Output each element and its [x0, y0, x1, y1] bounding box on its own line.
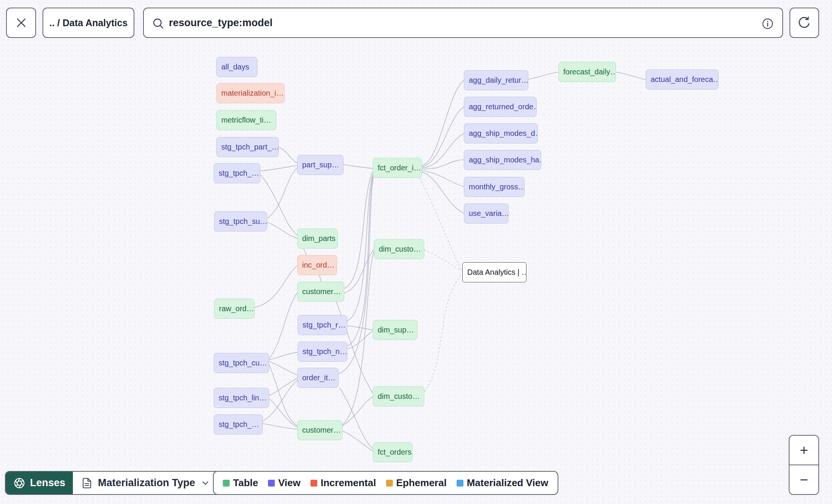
lineage-edge [424, 274, 462, 392]
graph-node-incremental[interactable]: materialization_i… [216, 83, 285, 103]
graph-node-view[interactable]: agg_ship_modes_ha… [464, 150, 541, 170]
lineage-edge [263, 424, 297, 429]
graph-node-view[interactable]: stg_tpch_cu… [214, 353, 269, 373]
graph-node-table[interactable]: metricflow_ti… [216, 110, 276, 130]
lineage-edge [342, 431, 373, 451]
graph-node-view[interactable]: stg_tpch_… [214, 163, 260, 183]
search-bar [143, 8, 783, 38]
graph-node-view[interactable]: use_varia… [464, 203, 509, 224]
graph-node-table[interactable]: fct_orders [373, 442, 413, 462]
legend-swatch-view [268, 480, 275, 487]
refresh-button[interactable] [789, 8, 819, 38]
graph-node-exposure[interactable]: Data Analytics | … [462, 262, 526, 282]
lineage-edge [269, 352, 298, 360]
close-button[interactable] [6, 8, 36, 38]
lineage-edge [422, 134, 464, 168]
selected-lens-label: Materialization Type [98, 477, 195, 489]
lineage-edge [269, 378, 297, 395]
graph-node-view[interactable]: stg_tpch_lin… [214, 388, 269, 408]
graph-node-table[interactable]: forecast_daily… [558, 62, 616, 82]
lens-selector[interactable]: Materialization Type [73, 472, 219, 494]
materialization-legend: Table View Incremental Ephemeral Materia… [213, 471, 558, 495]
legend-swatch-materialized-view [457, 480, 463, 487]
graph-node-view[interactable]: stg_tpch_r… [298, 315, 347, 335]
graph-node-table[interactable]: dim_custo… [374, 239, 424, 259]
graph-node-view[interactable]: agg_returned_orde… [464, 97, 537, 117]
lineage-edge [269, 361, 297, 375]
lineage-edge [419, 178, 462, 269]
lineage-edge [347, 326, 373, 330]
graph-node-view[interactable]: actual_and_foreca… [646, 69, 719, 90]
graph-node-view[interactable]: stg_tpch_n… [298, 342, 347, 362]
legend-item-ephemeral: Ephemeral [386, 477, 447, 489]
legend-item-materialized-view: Materialized View [457, 477, 548, 489]
graph-node-view[interactable]: stg_tpch_part_… [216, 137, 279, 157]
refresh-icon [797, 16, 812, 30]
search-icon [151, 17, 165, 30]
graph-node-view[interactable]: all_days [216, 57, 257, 77]
lineage-edge [269, 398, 297, 427]
zoom-controls: + − [789, 435, 819, 495]
lenses-label: Lenses [30, 477, 65, 489]
graph-node-table[interactable]: dim_parts [297, 228, 338, 249]
lineage-edge [304, 249, 306, 255]
lineage-edge [422, 107, 464, 167]
graph-node-table[interactable]: customer… [297, 420, 342, 440]
graph-node-view[interactable]: monthly_gross… [464, 177, 525, 197]
lineage-edge [422, 170, 464, 187]
graph-node-view[interactable]: agg_daily_retur… [464, 70, 528, 90]
lineage-edge [319, 275, 321, 282]
lineage-edge [344, 249, 374, 293]
legend-item-incremental: Incremental [310, 477, 376, 489]
lineage-edge [340, 388, 373, 449]
graph-node-view[interactable]: part_sup… [297, 155, 344, 175]
legend-swatch-table [223, 480, 230, 487]
lineage-edge [528, 72, 558, 79]
lineage-app: all_daysmaterialization_i…metricflow_ti…… [0, 0, 832, 504]
lenses-bar: Lenses Materialization Type [5, 471, 220, 495]
graph-node-view[interactable]: order_it… [297, 368, 339, 388]
close-icon [15, 16, 28, 29]
lineage-edge [616, 72, 646, 80]
lenses-button[interactable]: Lenses [6, 472, 73, 494]
legend-item-table: Table [223, 477, 258, 489]
zoom-out-button[interactable]: − [789, 465, 818, 494]
lineage-edge [255, 266, 297, 307]
lineage-edge [260, 165, 297, 171]
legend-item-view: View [268, 477, 301, 489]
lineage-edge [347, 175, 373, 346]
graph-node-table[interactable]: dim_custo… [373, 386, 424, 406]
search-input[interactable] [168, 17, 756, 29]
lineage-edge [422, 80, 464, 165]
breadcrumb[interactable]: .. / Data Analytics [43, 8, 134, 38]
graph-node-table[interactable]: customer… [297, 282, 344, 302]
lineage-edge [269, 364, 297, 426]
lineage-edge [344, 165, 373, 169]
legend-swatch-incremental [310, 480, 317, 487]
graph-node-table[interactable]: dim_sup… [373, 320, 418, 340]
graph-node-table[interactable]: fct_order_i… [373, 158, 422, 178]
aperture-icon [13, 477, 25, 489]
lineage-edge [267, 168, 297, 218]
lineage-edge [278, 147, 297, 163]
lineage-edge [422, 172, 464, 213]
graph-node-incremental[interactable]: inc_ord… [297, 255, 337, 275]
graph-node-view[interactable]: agg_ship_modes_d… [464, 123, 538, 143]
zoom-in-button[interactable]: + [789, 436, 818, 465]
graph-node-view[interactable]: stg_tpch_… [214, 414, 263, 435]
lineage-edge [424, 250, 462, 271]
graph-node-view[interactable]: stg_tpch_su… [214, 211, 267, 232]
lineage-edge [347, 331, 373, 349]
lineage-edge [269, 293, 297, 359]
info-icon[interactable] [761, 17, 774, 30]
legend-swatch-ephemeral [386, 480, 393, 487]
graph-node-table[interactable]: raw_ord… [214, 299, 255, 319]
chevron-down-icon [200, 478, 210, 488]
document-icon [81, 477, 93, 489]
